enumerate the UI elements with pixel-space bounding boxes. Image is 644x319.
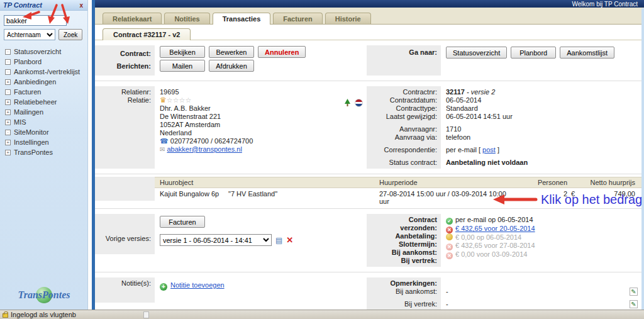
relatie-country: Nederland [160,129,367,137]
sidebar: TP Contract x Achternaam Zoek ·Statusove… [0,0,88,310]
notities-label: Notitie(s): [99,279,151,288]
tree-node-icon[interactable]: · [5,89,11,95]
tab-historie[interactable]: Historie [325,13,371,24]
add-note-icon[interactable]: + [160,283,167,291]
tree-node-icon[interactable]: · [5,130,11,135]
opmerking-vertrek-value: - [446,300,448,308]
tree-node-icon[interactable]: · [5,69,11,75]
cross-icon: ✕ [446,227,453,233]
aanvraagvia-value: telefoon [446,133,644,142]
aanbetaling-amount-link[interactable]: € 432,65 voor 20-05-2014 [455,225,535,232]
huurobject-section: Huurobject Huurperiode Personen Netto hu… [95,177,644,207]
sidebar-item-facturen[interactable]: ·Facturen [0,87,87,97]
ga-naar-statusoverzicht-button[interactable]: Statusoverzicht [446,47,507,59]
ga-naar-planbord-button[interactable]: Planbord [511,47,556,59]
bij-aankomst-value: € 432,65 voor 27-08-2014 [455,242,535,249]
tab-transacties[interactable]: Transacties [213,13,271,25]
afdrukken-button[interactable]: Afdrukken [209,60,254,72]
sidebar-item-aankomst-vertreklijst[interactable]: ·Aankomst-/vertreklijst [0,67,87,77]
mailen-button[interactable]: Mailen [160,60,205,72]
gewijzigd-value: 06-05-2014 14:51 uur [446,113,644,121]
view-version-document-icon[interactable]: ▤ [275,236,282,245]
expand-plus-icon[interactable]: + [5,109,11,115]
pending-icon [446,233,453,240]
tree-icon [344,99,351,107]
bij-aankomst-label: Bij aankomst: [392,249,437,256]
zoek-button[interactable]: Zoek [58,29,82,40]
expand-plus-icon[interactable]: + [5,79,11,85]
rating-stars[interactable]: ♛☆☆☆☆ [160,96,367,104]
huurobject-value: Kajuit Bungalow 6p [155,190,228,205]
relatie-city: 1052AT Amsterdam [160,121,367,129]
notitie-toevoegen-link[interactable]: Notitie toevoegen [170,281,225,289]
sidebar-item-transpontes[interactable]: +TransPontes [0,147,87,157]
tree-node-icon[interactable]: · [5,59,11,65]
relatie-street: De Wittenstraat 221 [160,113,367,121]
expand-plus-icon[interactable]: + [5,150,11,155]
search-category-select[interactable]: Achternaam [4,29,55,40]
tree-node-icon[interactable]: · [5,49,11,55]
bekijken-button[interactable]: Bekijken [160,46,205,58]
sidebar-item-mis[interactable]: +MIS [0,117,87,127]
search-input[interactable] [4,15,67,26]
table-row[interactable]: Kajuit Bungalow 6p "7 HV Eastland" 27-08… [155,188,641,207]
sidebar-item-instellingen[interactable]: +Instellingen [0,137,87,147]
huurperiode-value: 27-08-2014 15:00 uur / 03-09-2014 10:00 … [379,190,514,205]
star-icon: ☆ [167,96,173,104]
bij-vertrek-value: € 0,00 voor 03-09-2014 [455,250,527,258]
col-netto-huurprijs: Netto huurprijs [571,179,641,186]
status-contract-label: Status contract: [370,159,437,167]
ga-naar-aankomstlijst-button[interactable]: Aankomstlijst [560,47,614,59]
contractnr-label: Contractnr: [370,88,437,96]
contractdatum-label: Contractdatum: [370,96,437,104]
ga-naar-label: Ga naar: [409,48,437,56]
relatie-label: Relatie: [99,96,151,104]
table-left-spacer [95,177,155,201]
subtab-contract[interactable]: Contract #32117 - v2 [103,28,191,40]
expand-plus-icon[interactable]: + [5,99,11,105]
correspondentie-value: per e-mail [ [446,146,480,154]
payments-section: Vorige versies: Facturen versie 1 - 06-0… [95,214,644,267]
star-icon: ☆ [173,96,179,104]
table-header-row: Huurobject Huurperiode Personen Netto hu… [155,177,641,188]
tab-relatiekaart[interactable]: Relatiekaart [103,13,162,24]
contract-label: Contract: [120,50,151,57]
expand-plus-icon[interactable]: + [5,120,11,125]
sidebar-item-statusoverzicht[interactable]: ·Statusoverzicht [0,47,87,57]
col-personen: Personen [514,179,571,186]
post-link[interactable]: post [482,146,496,154]
sidebar-item-sitemonitor[interactable]: ·SiteMonitor [0,127,87,137]
relatie-name: Dhr. A.B. Bakker [160,104,367,113]
sidebar-item-planbord[interactable]: ·Planbord [0,57,87,67]
aanvraagnr-value: 1710 [446,125,644,133]
close-icon[interactable]: x [78,2,84,9]
contracttype-label: Contracttype: [370,104,437,113]
sidebar-item-mailingen[interactable]: +Mailingen [0,107,87,117]
mail-icon: ✉ [160,146,165,153]
star-icon: ☆ [179,96,186,104]
tab-notities[interactable]: Notities [164,13,209,24]
relatienr-label: Relatienr: [99,88,151,96]
bewerken-button[interactable]: Bewerken [209,46,254,58]
tab-bar: Relatiekaart Notities Transacties Factur… [95,8,644,25]
app-window: TP Contract x Achternaam Zoek ·Statusove… [0,0,644,319]
vorige-versies-select[interactable]: versie 1 - 06-05-2014 - 14:41 [160,234,272,246]
sidebar-item-relatiebeheer[interactable]: +Relatiebeheer [0,97,87,107]
sidebar-item-aanbiedingen[interactable]: +Aanbiedingen [0,77,87,87]
slottermijn-value: € 0,00 op 06-05-2014 [455,233,521,241]
delete-version-icon[interactable]: ✕ [286,235,293,245]
relatie-email-link[interactable]: abakker@transpontes.nl [167,145,242,153]
notes-section: Notitie(s): +Notitie toevoegen Opmerking… [95,277,644,310]
facturen-button[interactable]: Facturen [160,216,205,228]
relatie-phones: 0207724700 / 0624724700 [170,137,253,145]
edit-note-icon[interactable]: ✎ [630,288,638,296]
contract-verzonden-label: Contract verzonden: [400,216,437,232]
annuleren-button[interactable]: Annuleren [258,46,306,58]
vorige-versies-label: Vorige versies: [99,235,151,243]
edit-note-icon[interactable]: ✎ [630,300,638,308]
contract-verzonden-value: per e-mail op 06-05-2014 [455,216,533,223]
expand-plus-icon[interactable]: + [5,140,11,145]
relatienr-value: 19695 [160,88,367,96]
aanbetaling-label: Aanbetaling: [395,232,437,240]
tab-facturen[interactable]: Facturen [273,13,322,24]
